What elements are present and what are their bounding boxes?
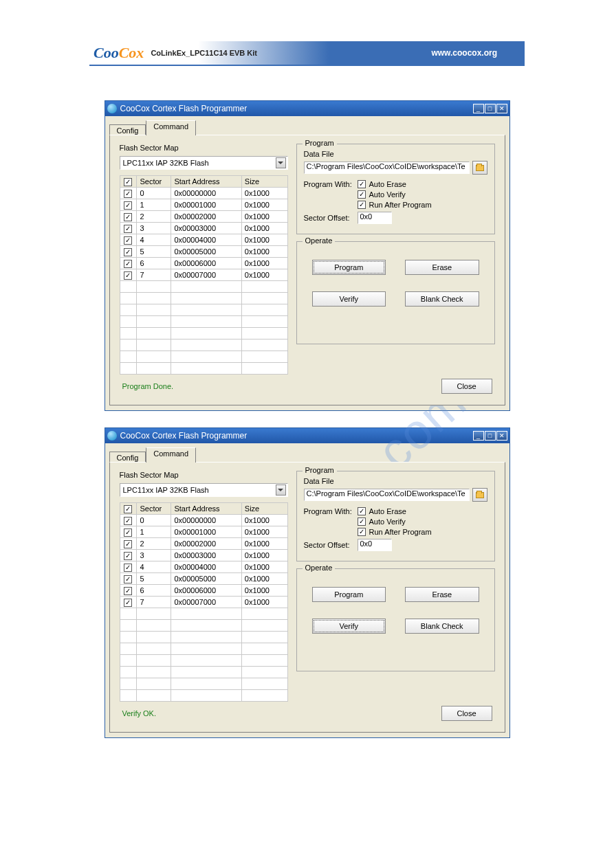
sector-offset-field[interactable]: 0x0 <box>358 212 392 224</box>
blank-check-button[interactable]: Blank Check <box>405 291 479 307</box>
table-row[interactable]: ✓60x000060000x1000 <box>120 585 287 597</box>
table-row[interactable]: ✓20x000020000x1000 <box>120 211 287 223</box>
cell-size: 0x1000 <box>241 550 287 561</box>
right-panel: Program Data File C:\Program Files\CooCo… <box>296 144 495 375</box>
verify-button[interactable]: Verify <box>312 291 386 307</box>
checkbox-run-after[interactable]: ✓ <box>358 201 366 209</box>
operate-legend: Operate <box>303 564 336 572</box>
close-window-button[interactable]: ✕ <box>496 104 507 113</box>
device-combo[interactable]: LPC11xx IAP 32KB Flash <box>120 483 288 497</box>
browse-button[interactable] <box>472 488 487 502</box>
checkbox-auto-erase[interactable]: ✓ <box>358 180 366 188</box>
minimize-button[interactable]: _ <box>473 104 484 113</box>
erase-button[interactable]: Erase <box>405 260 479 275</box>
datafile-label: Data File <box>304 477 487 485</box>
header-url: www.coocox.org <box>431 48 497 58</box>
program-with-label: Program With: <box>304 507 358 515</box>
sector-panel: Flash Sector Map LPC11xx IAP 32KB Flash … <box>120 471 288 702</box>
table-row-empty <box>120 363 287 375</box>
browse-button[interactable] <box>472 161 487 175</box>
titlebar[interactable]: CooCox Cortex Flash Programmer _ □ ✕ <box>105 428 509 443</box>
close-button[interactable]: Close <box>441 706 492 721</box>
checkbox-sector-0[interactable]: ✓ <box>124 190 132 198</box>
cell-size: 0x1000 <box>241 234 287 246</box>
table-row[interactable]: ✓10x000010000x1000 <box>120 526 287 538</box>
table-row[interactable]: ✓40x000040000x1000 <box>120 561 287 573</box>
erase-button[interactable]: Erase <box>405 587 479 602</box>
checkbox-run-after[interactable]: ✓ <box>358 528 366 536</box>
sector-table: ✓ Sector Start Address Size ✓00x00000000… <box>120 175 288 375</box>
datafile-field[interactable]: C:\Program Files\CooCox\CoIDE\workspace\… <box>304 489 470 501</box>
cell-sector: 1 <box>137 526 171 538</box>
minimize-button[interactable]: _ <box>473 431 484 441</box>
table-row[interactable]: ✓00x000000000x1000 <box>120 515 287 526</box>
client-area: Config Command Flash Sector Map LPC11xx … <box>105 443 509 737</box>
checkbox-sector-2[interactable]: ✓ <box>124 540 132 548</box>
table-row[interactable]: ✓20x000020000x1000 <box>120 538 287 550</box>
checkbox-header[interactable]: ✓ <box>124 178 132 186</box>
checkbox-sector-7[interactable]: ✓ <box>124 271 132 280</box>
checkbox-sector-3[interactable]: ✓ <box>124 552 132 560</box>
table-row[interactable]: ✓40x000040000x1000 <box>120 234 287 246</box>
cell-size: 0x1000 <box>241 188 287 199</box>
table-row[interactable]: ✓60x000060000x1000 <box>120 258 287 269</box>
titlebar[interactable]: CooCox Cortex Flash Programmer _ □ ✕ <box>105 101 509 116</box>
checkbox-sector-0[interactable]: ✓ <box>124 517 132 525</box>
checkbox-sector-1[interactable]: ✓ <box>124 201 132 210</box>
verify-button[interactable]: Verify <box>312 619 386 634</box>
cell-size: 0x1000 <box>241 597 287 608</box>
tab-body: Flash Sector Map LPC11xx IAP 32KB Flash … <box>109 135 505 405</box>
checkbox-sector-3[interactable]: ✓ <box>124 225 132 233</box>
checkbox-sector-4[interactable]: ✓ <box>124 564 132 572</box>
chevron-down-icon[interactable] <box>276 485 286 496</box>
app-icon <box>107 431 117 441</box>
table-row[interactable]: ✓30x000030000x1000 <box>120 550 287 561</box>
chevron-down-icon[interactable] <box>276 157 286 168</box>
cell-size: 0x1000 <box>241 258 287 269</box>
close-window-button[interactable]: ✕ <box>496 431 507 441</box>
datafile-field[interactable]: C:\Program Files\CooCox\CoIDE\workspace\… <box>304 162 470 174</box>
maximize-button[interactable]: □ <box>485 104 496 113</box>
blank-check-button[interactable]: Blank Check <box>405 619 479 634</box>
cell-addr: 0x00006000 <box>171 258 241 269</box>
table-row-empty <box>120 293 287 304</box>
program-button[interactable]: Program <box>312 260 386 275</box>
checkbox-auto-verify[interactable]: ✓ <box>358 518 366 526</box>
checkbox-auto-verify[interactable]: ✓ <box>358 190 366 199</box>
checkbox-auto-erase[interactable]: ✓ <box>358 507 366 515</box>
table-row[interactable]: ✓10x000010000x1000 <box>120 199 287 211</box>
table-row[interactable]: ✓00x000000000x1000 <box>120 188 287 199</box>
sector-offset-label: Sector Offset: <box>304 541 358 549</box>
checkbox-sector-6[interactable]: ✓ <box>124 260 132 268</box>
table-row[interactable]: ✓70x000070000x1000 <box>120 269 287 281</box>
window-title: CooCox Cortex Flash Programmer <box>120 431 248 441</box>
checkbox-sector-5[interactable]: ✓ <box>124 575 132 583</box>
table-row[interactable]: ✓50x000050000x1000 <box>120 246 287 258</box>
maximize-button[interactable]: □ <box>485 431 496 441</box>
tab-command[interactable]: Command <box>146 120 196 135</box>
app-icon <box>107 104 117 113</box>
checkbox-sector-6[interactable]: ✓ <box>124 587 132 595</box>
label-auto-erase: Auto Erase <box>369 507 406 515</box>
checkbox-sector-5[interactable]: ✓ <box>124 248 132 256</box>
device-combo[interactable]: LPC11xx IAP 32KB Flash <box>120 156 288 170</box>
table-row[interactable]: ✓70x000070000x1000 <box>120 597 287 608</box>
close-button[interactable]: Close <box>441 379 492 394</box>
checkbox-sector-2[interactable]: ✓ <box>124 213 132 221</box>
columns: Flash Sector Map LPC11xx IAP 32KB Flash … <box>120 144 495 375</box>
checkbox-sector-4[interactable]: ✓ <box>124 236 132 245</box>
table-row-empty <box>120 655 287 667</box>
table-row[interactable]: ✓50x000050000x1000 <box>120 573 287 585</box>
program-button[interactable]: Program <box>312 587 386 602</box>
checkbox-header[interactable]: ✓ <box>124 505 132 513</box>
checkbox-sector-1[interactable]: ✓ <box>124 528 132 537</box>
program-legend: Program <box>303 466 337 474</box>
label-auto-verify: Auto Verify <box>369 190 406 199</box>
table-row[interactable]: ✓30x000030000x1000 <box>120 223 287 234</box>
tab-command[interactable]: Command <box>146 447 196 463</box>
col-header-check[interactable]: ✓ <box>120 176 137 188</box>
sector-offset-field[interactable]: 0x0 <box>358 539 392 551</box>
cell-size: 0x1000 <box>241 223 287 234</box>
checkbox-sector-7[interactable]: ✓ <box>124 599 132 607</box>
col-header-check[interactable]: ✓ <box>120 503 137 515</box>
